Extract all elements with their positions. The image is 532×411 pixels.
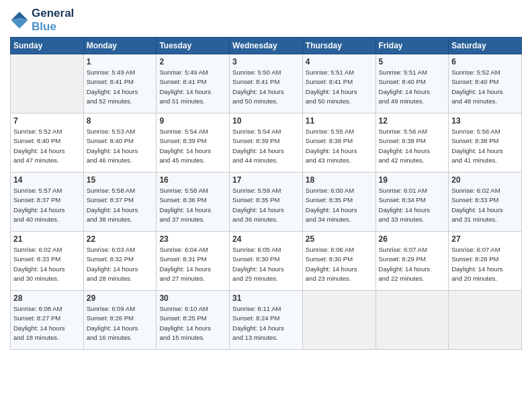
calendar-cell: 4Sunrise: 5:51 AM Sunset: 8:41 PM Daylig… <box>302 54 375 113</box>
calendar-table: SundayMondayTuesdayWednesdayThursdayFrid… <box>10 37 522 350</box>
calendar-cell: 25Sunrise: 6:06 AM Sunset: 8:30 PM Dayli… <box>302 232 375 291</box>
logo-icon <box>10 11 29 30</box>
day-info: Sunrise: 5:52 AM Sunset: 8:40 PM Dayligh… <box>13 127 81 165</box>
weekday-header-sunday: Sunday <box>11 38 84 54</box>
calendar-cell <box>449 291 522 350</box>
day-info: Sunrise: 6:07 AM Sunset: 8:28 PM Dayligh… <box>451 245 519 283</box>
weekday-header-friday: Friday <box>375 38 449 54</box>
day-info: Sunrise: 5:53 AM Sunset: 8:40 PM Dayligh… <box>87 127 154 165</box>
week-row-2: 7Sunrise: 5:52 AM Sunset: 8:40 PM Daylig… <box>11 113 522 173</box>
day-number: 19 <box>379 175 446 185</box>
day-number: 29 <box>87 293 154 303</box>
calendar-cell: 24Sunrise: 6:05 AM Sunset: 8:30 PM Dayli… <box>230 232 303 291</box>
weekday-header-row: SundayMondayTuesdayWednesdayThursdayFrid… <box>11 38 522 54</box>
week-row-1: 1Sunrise: 5:49 AM Sunset: 8:41 PM Daylig… <box>11 54 522 113</box>
calendar-cell: 20Sunrise: 6:02 AM Sunset: 8:33 PM Dayli… <box>449 173 522 232</box>
logo: General Blue <box>10 7 74 33</box>
weekday-header-monday: Monday <box>83 38 157 54</box>
svg-marker-1 <box>11 17 28 28</box>
weekday-header-thursday: Thursday <box>302 38 375 54</box>
day-info: Sunrise: 6:09 AM Sunset: 8:26 PM Dayligh… <box>87 304 154 342</box>
day-number: 12 <box>379 116 446 126</box>
calendar-cell: 8Sunrise: 5:53 AM Sunset: 8:40 PM Daylig… <box>83 113 157 173</box>
calendar-cell: 5Sunrise: 5:51 AM Sunset: 8:40 PM Daylig… <box>375 54 449 113</box>
day-number: 6 <box>451 57 519 66</box>
calendar-cell: 17Sunrise: 5:59 AM Sunset: 8:35 PM Dayli… <box>230 173 303 232</box>
calendar-cell: 2Sunrise: 5:49 AM Sunset: 8:41 PM Daylig… <box>157 54 230 113</box>
calendar-cell: 23Sunrise: 6:04 AM Sunset: 8:31 PM Dayli… <box>157 232 230 291</box>
day-info: Sunrise: 5:58 AM Sunset: 8:37 PM Dayligh… <box>87 186 154 224</box>
day-info: Sunrise: 5:49 AM Sunset: 8:41 PM Dayligh… <box>159 68 226 106</box>
calendar-cell: 30Sunrise: 6:10 AM Sunset: 8:25 PM Dayli… <box>157 291 230 350</box>
calendar-cell: 13Sunrise: 5:56 AM Sunset: 8:38 PM Dayli… <box>449 113 522 173</box>
calendar-cell: 14Sunrise: 5:57 AM Sunset: 8:37 PM Dayli… <box>11 173 84 232</box>
calendar-cell <box>302 291 375 350</box>
day-number: 2 <box>159 57 226 66</box>
calendar-cell: 18Sunrise: 6:00 AM Sunset: 8:35 PM Dayli… <box>302 173 375 232</box>
day-number: 7 <box>13 116 81 126</box>
day-number: 15 <box>87 175 154 185</box>
day-number: 14 <box>13 175 81 185</box>
day-number: 9 <box>159 116 226 126</box>
day-number: 23 <box>159 234 226 244</box>
day-number: 10 <box>232 116 300 126</box>
day-info: Sunrise: 5:59 AM Sunset: 8:35 PM Dayligh… <box>232 186 300 224</box>
day-number: 16 <box>159 175 226 185</box>
logo-text: General Blue <box>32 7 74 33</box>
calendar-cell: 21Sunrise: 6:02 AM Sunset: 8:33 PM Dayli… <box>11 232 84 291</box>
day-info: Sunrise: 5:54 AM Sunset: 8:39 PM Dayligh… <box>232 127 300 165</box>
calendar-cell: 22Sunrise: 6:03 AM Sunset: 8:32 PM Dayli… <box>83 232 157 291</box>
calendar-cell: 11Sunrise: 5:55 AM Sunset: 8:38 PM Dayli… <box>302 113 375 173</box>
day-number: 3 <box>232 57 300 66</box>
day-info: Sunrise: 5:50 AM Sunset: 8:41 PM Dayligh… <box>232 68 300 106</box>
day-number: 22 <box>87 234 154 244</box>
day-info: Sunrise: 6:00 AM Sunset: 8:35 PM Dayligh… <box>306 186 373 224</box>
week-row-5: 28Sunrise: 6:08 AM Sunset: 8:27 PM Dayli… <box>11 291 522 350</box>
day-info: Sunrise: 5:55 AM Sunset: 8:38 PM Dayligh… <box>306 127 373 165</box>
day-info: Sunrise: 5:52 AM Sunset: 8:40 PM Dayligh… <box>451 68 519 106</box>
calendar-cell: 9Sunrise: 5:54 AM Sunset: 8:39 PM Daylig… <box>157 113 230 173</box>
day-number: 18 <box>306 175 373 185</box>
calendar-cell: 19Sunrise: 6:01 AM Sunset: 8:34 PM Dayli… <box>375 173 449 232</box>
calendar-cell <box>375 291 449 350</box>
day-info: Sunrise: 6:11 AM Sunset: 8:24 PM Dayligh… <box>232 304 300 342</box>
calendar-cell: 31Sunrise: 6:11 AM Sunset: 8:24 PM Dayli… <box>230 291 303 350</box>
calendar-cell: 27Sunrise: 6:07 AM Sunset: 8:28 PM Dayli… <box>449 232 522 291</box>
day-number: 11 <box>306 116 373 126</box>
calendar-cell: 3Sunrise: 5:50 AM Sunset: 8:41 PM Daylig… <box>230 54 303 113</box>
calendar-cell: 28Sunrise: 6:08 AM Sunset: 8:27 PM Dayli… <box>11 291 84 350</box>
day-number: 8 <box>87 116 154 126</box>
week-row-4: 21Sunrise: 6:02 AM Sunset: 8:33 PM Dayli… <box>11 232 522 291</box>
day-info: Sunrise: 6:01 AM Sunset: 8:34 PM Dayligh… <box>379 186 446 224</box>
day-number: 17 <box>232 175 300 185</box>
calendar-cell: 29Sunrise: 6:09 AM Sunset: 8:26 PM Dayli… <box>83 291 157 350</box>
day-number: 5 <box>379 57 446 66</box>
day-info: Sunrise: 6:02 AM Sunset: 8:33 PM Dayligh… <box>451 186 519 224</box>
calendar-cell: 1Sunrise: 5:49 AM Sunset: 8:41 PM Daylig… <box>83 54 157 113</box>
day-number: 27 <box>451 234 519 244</box>
day-number: 4 <box>306 57 373 66</box>
day-info: Sunrise: 5:56 AM Sunset: 8:38 PM Dayligh… <box>451 127 519 165</box>
day-info: Sunrise: 6:05 AM Sunset: 8:30 PM Dayligh… <box>232 245 300 283</box>
calendar-cell: 6Sunrise: 5:52 AM Sunset: 8:40 PM Daylig… <box>449 54 522 113</box>
day-info: Sunrise: 5:57 AM Sunset: 8:37 PM Dayligh… <box>13 186 81 224</box>
day-number: 20 <box>451 175 519 185</box>
day-info: Sunrise: 5:49 AM Sunset: 8:41 PM Dayligh… <box>87 68 154 106</box>
day-info: Sunrise: 5:56 AM Sunset: 8:38 PM Dayligh… <box>379 127 446 165</box>
week-row-3: 14Sunrise: 5:57 AM Sunset: 8:37 PM Dayli… <box>11 173 522 232</box>
day-info: Sunrise: 5:54 AM Sunset: 8:39 PM Dayligh… <box>159 127 226 165</box>
day-number: 30 <box>159 293 226 303</box>
header: General Blue <box>10 7 522 33</box>
day-number: 25 <box>306 234 373 244</box>
day-info: Sunrise: 6:06 AM Sunset: 8:30 PM Dayligh… <box>306 245 373 283</box>
calendar-cell: 15Sunrise: 5:58 AM Sunset: 8:37 PM Dayli… <box>83 173 157 232</box>
day-info: Sunrise: 5:58 AM Sunset: 8:36 PM Dayligh… <box>159 186 226 224</box>
weekday-header-tuesday: Tuesday <box>157 38 230 54</box>
day-number: 1 <box>87 57 154 66</box>
day-info: Sunrise: 6:08 AM Sunset: 8:27 PM Dayligh… <box>13 304 81 342</box>
calendar-cell: 12Sunrise: 5:56 AM Sunset: 8:38 PM Dayli… <box>375 113 449 173</box>
day-info: Sunrise: 6:04 AM Sunset: 8:31 PM Dayligh… <box>159 245 226 283</box>
day-number: 13 <box>451 116 519 126</box>
day-number: 28 <box>13 293 81 303</box>
calendar-cell: 10Sunrise: 5:54 AM Sunset: 8:39 PM Dayli… <box>230 113 303 173</box>
